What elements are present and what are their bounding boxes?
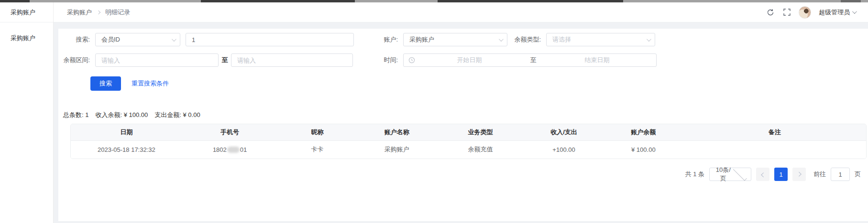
- strip-segment: [0, 0, 30, 2]
- chevron-down-icon: [852, 9, 857, 14]
- chevron-down-icon: [499, 37, 504, 42]
- breadcrumb-item-detail-records: 明细记录: [105, 8, 130, 17]
- balance-type-label: 余额类型:: [507, 35, 541, 44]
- fullscreen-icon[interactable]: [782, 8, 791, 17]
- search-type-value: 会员ID: [101, 35, 172, 44]
- refresh-icon[interactable]: [766, 8, 775, 17]
- cell-phone: 180201: [182, 140, 278, 159]
- chevron-down-icon: [172, 37, 176, 42]
- balance-type-select[interactable]: 请选择: [546, 33, 655, 46]
- clock-icon: [408, 57, 415, 64]
- balance-range-label: 余额区间:: [63, 56, 90, 64]
- filter-row-1: 搜索: 会员ID 账户: 采购账户 余额类型: 请选择: [63, 33, 868, 46]
- col-header-remark: 备注: [683, 124, 866, 140]
- filter-actions: 搜索 重置搜索条件: [90, 76, 868, 91]
- pagination: 共 1 条 10条/页 1 前往 页: [58, 168, 861, 181]
- pagination-total: 共 1 条: [685, 170, 704, 179]
- balance-type-placeholder: 请选择: [552, 35, 647, 44]
- records-table: 日期 手机号 昵称 账户名称 业务类型 收入/支出 账户余额 备注: [71, 124, 866, 159]
- content-card: 搜索: 会员ID 账户: 采购账户 余额类型: 请选择: [58, 29, 868, 221]
- summary-total: 总条数: 1: [63, 111, 88, 119]
- cell-nickname: 卡卡: [277, 140, 357, 159]
- filter-row-2: 余额区间: 至 时间: 开始日期 至 结束日期: [63, 53, 868, 67]
- summary-income: 收入余额: ¥ 100.00: [95, 111, 148, 119]
- col-header-nickname: 昵称: [277, 124, 357, 140]
- background-window-strip: [0, 0, 868, 2]
- breadcrumb-item-purchase-account[interactable]: 采购账户: [67, 8, 92, 17]
- strip-segment: [841, 0, 861, 2]
- account-select[interactable]: 采购账户: [403, 33, 507, 46]
- sidebar: 采购账户 采购账户: [0, 2, 54, 223]
- time-label: 时间:: [369, 56, 398, 64]
- main-area: 采购账户 明细记录 超级管理员: [54, 2, 868, 223]
- sidebar-item-purchase-account[interactable]: 采购账户: [0, 30, 53, 46]
- search-button[interactable]: 搜索: [90, 76, 121, 91]
- account-label: 账户:: [369, 35, 398, 44]
- chevron-down-icon: [733, 167, 747, 181]
- breadcrumb: 采购账户 明细记录: [67, 8, 130, 17]
- start-date-placeholder: 开始日期: [415, 56, 524, 64]
- user-avatar[interactable]: [799, 6, 811, 19]
- goto-page-input[interactable]: [831, 168, 850, 181]
- cell-amount: +100.00: [524, 140, 604, 159]
- page-size-value: 10条/页: [715, 166, 731, 183]
- user-menu[interactable]: 超级管理员: [819, 8, 856, 17]
- search-type-select[interactable]: 会员ID: [95, 33, 180, 46]
- col-header-biz-type: 业务类型: [437, 124, 524, 140]
- phone-suffix: 01: [240, 146, 247, 153]
- col-header-amount: 收入/支出: [524, 124, 604, 140]
- navbar-actions: 超级管理员: [766, 6, 856, 19]
- balance-max-input[interactable]: [231, 53, 353, 67]
- table-header-row: 日期 手机号 昵称 账户名称 业务类型 收入/支出 账户余额 备注: [71, 124, 866, 140]
- app-frame: 采购账户 采购账户 采购账户 明细记录: [0, 2, 868, 223]
- chevron-left-icon: [761, 172, 766, 177]
- search-keyword-input[interactable]: [186, 33, 354, 46]
- balance-min-input[interactable]: [95, 53, 219, 67]
- cell-account-name: 采购账户: [357, 140, 437, 159]
- col-header-date: 日期: [71, 124, 182, 140]
- reset-search-link[interactable]: 重置搜索条件: [132, 79, 169, 88]
- summary-bar: 总条数: 1 收入余额: ¥ 100.00 支出金额: ¥ 0.00: [63, 111, 868, 119]
- strip-segment: [438, 0, 623, 2]
- next-page-button[interactable]: [792, 168, 806, 181]
- search-label: 搜索:: [63, 35, 90, 44]
- content-background: 搜索: 会员ID 账户: 采购账户 余额类型: 请选择: [54, 22, 868, 223]
- strip-segment: [201, 0, 355, 2]
- cell-balance: ¥ 100.00: [604, 140, 683, 159]
- date-to-separator: 至: [524, 56, 543, 64]
- user-name-label: 超级管理员: [819, 8, 850, 17]
- col-header-balance: 账户余额: [604, 124, 683, 140]
- summary-expense: 支出金额: ¥ 0.00: [154, 111, 200, 119]
- chevron-down-icon: [647, 37, 651, 42]
- page-unit-label: 页: [855, 170, 861, 179]
- page-number-current[interactable]: 1: [774, 168, 788, 181]
- table-row: 2023-05-18 17:32:32 180201 卡卡 采购账户 余额充值 …: [71, 140, 866, 159]
- breadcrumb-separator-icon: [97, 10, 100, 14]
- date-range-picker[interactable]: 开始日期 至 结束日期: [403, 53, 657, 67]
- col-header-phone: 手机号: [182, 124, 278, 140]
- goto-label: 前往: [813, 170, 826, 179]
- phone-redaction-blur: [227, 147, 240, 153]
- cell-remark: [683, 140, 866, 159]
- account-value: 采购账户: [409, 35, 499, 44]
- sidebar-header-purchase-account[interactable]: 采购账户: [0, 2, 53, 22]
- phone-prefix: 1802: [213, 146, 227, 153]
- col-header-account-name: 账户名称: [357, 124, 437, 140]
- cell-date: 2023-05-18 17:32:32: [71, 140, 182, 159]
- end-date-placeholder: 结束日期: [543, 56, 651, 64]
- chevron-right-icon: [796, 171, 801, 176]
- prev-page-button[interactable]: [756, 168, 769, 181]
- range-to-separator: 至: [219, 56, 231, 64]
- records-table-wrapper: 日期 手机号 昵称 账户名称 业务类型 收入/支出 账户余额 备注: [70, 124, 867, 159]
- navbar: 采购账户 明细记录 超级管理员: [54, 2, 868, 22]
- page-size-select[interactable]: 10条/页: [709, 168, 751, 181]
- cell-biz-type: 余额充值: [437, 140, 524, 159]
